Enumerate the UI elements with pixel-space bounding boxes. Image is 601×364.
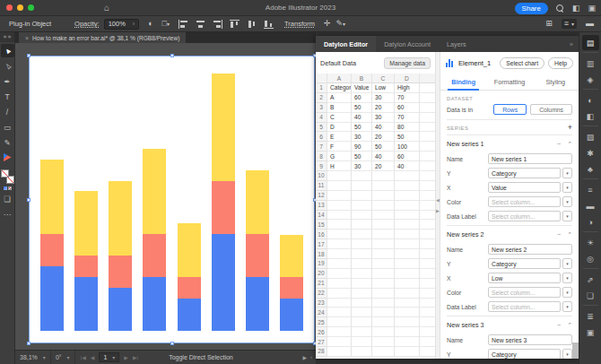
datylon-tool[interactable] [1,151,14,164]
segment-high[interactable] [109,181,132,256]
align-bottom-icon[interactable] [264,20,274,29]
toolbar-header[interactable]: ∗∗ [0,32,14,42]
selection-handle[interactable] [170,342,174,345]
dropdown-arrow-icon[interactable]: ▾ [562,349,572,359]
gradient-panel-icon[interactable]: ◧ [582,108,599,124]
segment-low[interactable] [109,256,132,288]
table-row[interactable]: 9H302040 [316,161,435,171]
align-right-icon[interactable] [213,20,222,29]
type-tool[interactable]: T [1,90,14,103]
stacked-bar-chart[interactable] [40,60,303,331]
first-artboard-icon[interactable]: |◀ [81,354,86,360]
table-row[interactable]: 19 [316,259,435,269]
grid-view-icon[interactable]: ⊞ [545,20,553,28]
selection-handle[interactable] [27,198,30,202]
line-segment-tool[interactable]: / [1,105,14,118]
table-row[interactable]: 1CategoryValueLowHigh [316,83,435,93]
segment-value[interactable] [40,266,64,331]
bar-D[interactable] [143,149,166,331]
column-select[interactable]: Select column... [488,196,561,207]
data-grid[interactable]: ABCD1CategoryValueLowHigh2A6030703B50206… [316,74,435,359]
segment-low[interactable] [74,256,98,277]
dropdown-arrow-icon[interactable]: ▾ [562,168,572,178]
panel-resize-grip[interactable] [572,342,579,359]
canvas[interactable] [15,43,316,350]
bar-E[interactable] [178,223,201,331]
pen-tool[interactable]: ✒ [1,74,14,88]
swatches-panel-icon[interactable]: ▬ [582,198,599,213]
collapse-series-icon[interactable]: ⌃ [567,231,572,238]
segment-low[interactable] [212,181,235,235]
column-select[interactable]: Low [488,273,561,283]
help-button[interactable]: Help [548,57,573,69]
column-select[interactable]: Select column... [488,211,561,221]
dropdown-arrow-icon[interactable]: ▾ [562,182,572,193]
status-collapse-icon[interactable]: ▶ [302,354,307,360]
add-series-button[interactable]: + [568,124,572,132]
artboards-panel-icon[interactable]: ❏ [582,288,599,303]
color-panel-icon[interactable]: ◐ [582,92,599,108]
recolor-artwork-icon[interactable]: ◐ [148,20,152,28]
table-row[interactable]: 7F9050100 [316,142,435,152]
binding-scroll-area[interactable]: DATASET Data is in Rows Columns SERIES +… [440,91,579,359]
dropdown-arrow-icon[interactable]: ▾ [562,211,572,221]
table-row[interactable]: 14 [316,211,435,221]
table-row[interactable]: 16 [316,230,435,239]
tab-formatting[interactable]: Formatting [486,74,532,90]
layers-panel-icon[interactable]: ◈ [582,72,599,87]
workspace-switcher[interactable]: ≡ ▾ [562,19,577,29]
transform-label[interactable]: Transform [284,20,315,28]
rows-button[interactable]: Rows [493,104,527,115]
segment-high[interactable] [143,149,166,235]
manage-data-button[interactable]: Manage data [384,57,431,69]
collapse-series-icon[interactable]: ⌃ [567,141,572,148]
segment-value[interactable] [74,277,98,331]
libraries-panel-icon[interactable]: ▣ [582,325,599,340]
share-button[interactable]: Share [515,3,548,14]
segment-high[interactable] [178,223,201,277]
bar-F[interactable] [212,74,235,331]
tab-styling[interactable]: Styling [533,74,579,90]
table-row[interactable]: 21 [316,279,435,289]
segment-value[interactable] [109,288,132,331]
shape-edit-icon[interactable]: ✎ [336,20,344,28]
panel-menu-icon[interactable]: » [570,41,573,48]
select-chart-button[interactable]: Select chart [500,57,544,69]
close-tab-icon[interactable]: × [25,35,29,41]
properties-panel-icon[interactable]: ≣ [582,308,599,324]
segment-low[interactable] [246,234,269,277]
table-row[interactable]: 17 [316,239,435,249]
panel-tab-datylon-account[interactable]: Datylon Account [376,36,439,52]
chevron-down-icon[interactable]: ▾ [343,22,345,27]
column-select[interactable]: Category [488,168,561,178]
table-row[interactable]: 10 [316,171,435,181]
table-row[interactable]: 27 [316,337,435,347]
bar-H[interactable] [280,235,303,332]
selection-tool[interactable]: ► [1,44,14,57]
tab-binding[interactable]: Binding [440,74,486,90]
selection-handle[interactable] [170,54,174,57]
bar-A[interactable] [40,160,64,331]
table-row[interactable]: 26 [316,327,435,337]
segment-low[interactable] [280,277,303,299]
segment-low[interactable] [143,234,166,277]
panel-bar-icon[interactable]: ▬ [586,20,594,28]
chevron-down-icon[interactable]: ▾ [167,22,170,27]
collapse-right-icon[interactable]: ▶ [436,208,440,213]
columns-button[interactable]: Columns [530,104,572,115]
clover-panel-icon[interactable]: ♣ [582,161,599,177]
table-row[interactable]: 3B502060 [316,103,435,113]
bar-B[interactable] [74,191,98,331]
brushes-panel-icon[interactable]: ▨ [582,129,599,144]
panel-tab-layers[interactable]: Layers [439,36,475,52]
column-select[interactable]: Category [488,349,561,359]
dropdown-arrow-icon[interactable]: ▾ [562,258,572,269]
series-name-input[interactable]: New series 1 [488,153,572,164]
column-header-C[interactable]: C [372,74,395,83]
dropdown-arrow-icon[interactable]: ▾ [562,196,572,207]
table-row[interactable]: 15 [316,220,435,230]
remove-series-icon[interactable]: − [557,141,561,148]
segment-value[interactable] [143,277,166,331]
column-select[interactable]: Select column... [488,301,561,312]
bar-C[interactable] [109,181,132,331]
